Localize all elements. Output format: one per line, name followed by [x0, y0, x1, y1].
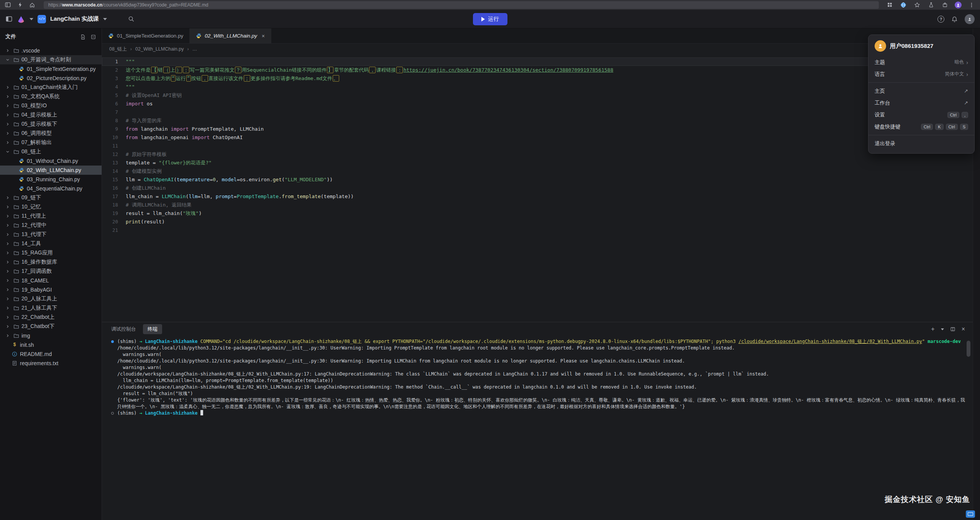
menu-item-退出登录[interactable]: 退出登录: [868, 138, 974, 149]
logo-chevron-down-icon[interactable]: [30, 18, 33, 20]
tab-terminal[interactable]: 终端: [143, 324, 162, 334]
layout-toggle-icon[interactable]: [5, 15, 13, 23]
menu-item-键盘快捷键[interactable]: 键盘快捷键CtrlKCtrlS: [868, 121, 974, 133]
tree-folder-16_操作数据库[interactable]: 16_操作数据库: [0, 258, 102, 267]
tree-folder-09_链下[interactable]: 09_链下: [0, 193, 102, 202]
tree-file-04_SequentialChain.py[interactable]: 04_SequentialChain.py: [0, 184, 102, 193]
workspace-chevron-down-icon[interactable]: [103, 18, 107, 20]
apps-grid-icon[interactable]: [886, 1, 893, 9]
flash-icon[interactable]: [16, 1, 24, 9]
search-icon[interactable]: [128, 16, 135, 22]
tree-folder-04_提示模板上[interactable]: 04_提示模板上: [0, 110, 102, 120]
tree-folder-07_解析输出[interactable]: 07_解析输出: [0, 138, 102, 147]
tree-folder-18_CAMEL[interactable]: 18_CAMEL: [0, 276, 102, 285]
terminal-cursor: [200, 410, 203, 415]
new-file-icon[interactable]: [80, 34, 86, 40]
collapse-folders-icon[interactable]: [90, 34, 96, 40]
tree-file-02_With_LLMChain.py[interactable]: 02_With_LLMChain.py: [0, 166, 102, 175]
tree-folder-02_文档QA系统[interactable]: 02_文档QA系统: [0, 92, 102, 101]
python-icon: [18, 75, 25, 81]
notifications-icon[interactable]: [951, 16, 958, 23]
tab-02-with-llmchain[interactable]: 02_With_LLMChain.py ×: [190, 28, 271, 43]
star-icon[interactable]: [913, 1, 921, 9]
marscode-logo[interactable]: [17, 15, 25, 23]
workspace-title[interactable]: LangChain 实战课: [50, 15, 99, 23]
close-icon[interactable]: ×: [262, 33, 265, 39]
tree-folder-08_链上[interactable]: 08_链上: [0, 147, 102, 156]
home-icon[interactable]: [28, 1, 36, 9]
screen: https://www.marscode.cn/course/vk85dwp73…: [0, 0, 980, 520]
tree-folder-14_工具[interactable]: 14_工具: [0, 239, 102, 248]
globe-icon[interactable]: [900, 1, 907, 9]
code-line-5: 5# 设置OpenAI API密钥: [102, 91, 973, 100]
menu-item-主页[interactable]: 主页↗: [868, 85, 974, 97]
file-tree: .vscode00_开篇词_奇点时刻01_SimpleTextGeneratio…: [0, 45, 102, 520]
tree-folder-05_提示模板下[interactable]: 05_提示模板下: [0, 120, 102, 129]
tree-folder-13_代理下[interactable]: 13_代理下: [0, 230, 102, 239]
sidebar-toggle-icon[interactable]: [4, 1, 11, 9]
browser-profile-avatar[interactable]: [955, 2, 962, 8]
help-icon[interactable]: ?: [937, 16, 944, 23]
tree-folder-17_回调函数[interactable]: 17_回调函数: [0, 267, 102, 276]
user-avatar[interactable]: [965, 14, 975, 24]
tree-folder-03_模型IO[interactable]: 03_模型IO: [0, 101, 102, 110]
line-number: 6: [102, 100, 126, 108]
tree-folder-19_BabyAGI[interactable]: 19_BabyAGI: [0, 285, 102, 294]
extensions-puzzle-icon[interactable]: [941, 1, 949, 9]
chevron-right-icon: [5, 314, 11, 320]
info-icon: [11, 351, 18, 357]
tree-folder-01_LangChain快速入门[interactable]: 01_LangChain快速入门: [0, 83, 102, 92]
terminal-line-7: llm_chain = LLMChain(llm=llm, prompt=Pro…: [111, 377, 965, 384]
code-editor[interactable]: 1"""2这个文件是【链（上）：写一篇完美鲜花推文？用SequencialCha…: [102, 54, 973, 322]
tree-folder-10_记忆[interactable]: 10_记忆: [0, 202, 102, 212]
tree-folder-.vscode[interactable]: .vscode: [0, 46, 102, 55]
terminal-dropdown-icon[interactable]: [941, 328, 944, 330]
menu-item-设置[interactable]: 设置Ctrl,: [868, 109, 974, 121]
menu-item-主题[interactable]: 主题暗色›: [868, 56, 974, 68]
folder-icon: [13, 94, 19, 100]
breadcrumb-folder[interactable]: 08_链上: [109, 46, 127, 52]
new-terminal-icon[interactable]: +: [931, 326, 934, 332]
tree-file-02_PictureDescription.py[interactable]: 02_PictureDescription.py: [0, 74, 102, 83]
tab-debug-console[interactable]: 调试控制台: [110, 324, 138, 334]
run-button[interactable]: 运行: [473, 13, 507, 25]
tree-folder-20_人脉工具上[interactable]: 20_人脉工具上: [0, 294, 102, 303]
flask-icon[interactable]: [927, 1, 935, 9]
tree-file-01_Without_Chain.py[interactable]: 01_Without_Chain.py: [0, 156, 102, 166]
tree-folder-06_调用模型[interactable]: 06_调用模型: [0, 129, 102, 138]
tree-folder-00_开篇词_奇点时刻[interactable]: 00_开篇词_奇点时刻: [0, 55, 102, 64]
tree-file-init.sh[interactable]: $init.sh: [0, 340, 102, 349]
tree-folder-23_Chatbot下[interactable]: 23_Chatbot下: [0, 322, 102, 331]
tree-file-01_SimpleTextGeneration.py[interactable]: 01_SimpleTextGeneration.py: [0, 64, 102, 74]
tree-item-label: 04_提示模板上: [21, 112, 57, 118]
breadcrumb-file[interactable]: 02_With_LLMChain.py: [135, 46, 184, 52]
folder-icon: [13, 112, 19, 118]
tree-item-label: 08_链上: [21, 148, 41, 155]
tab-01-simpletextgeneration[interactable]: 01_SimpleTextGeneration.py: [102, 28, 190, 43]
menu-item-label: 退出登录: [875, 140, 895, 147]
url-bar[interactable]: https://www.marscode.cn/course/vk85dwp73…: [44, 1, 879, 9]
tree-folder-11_代理上[interactable]: 11_代理上: [0, 212, 102, 221]
tree-item-label: 21_人脉工具下: [21, 305, 57, 312]
browser-menu-icon[interactable]: [968, 1, 975, 9]
tree-file-requirements.txt[interactable]: requirements.txt: [0, 359, 102, 368]
chevron-right-icon: [5, 94, 11, 100]
close-panel-icon[interactable]: ×: [962, 326, 965, 332]
tree-folder-12_代理中[interactable]: 12_代理中: [0, 221, 102, 230]
python-icon: [18, 167, 25, 173]
tree-folder-img[interactable]: img: [0, 331, 102, 340]
menu-item-工作台[interactable]: 工作台↗: [868, 97, 974, 109]
terminal-scrollbar[interactable]: [967, 341, 970, 357]
menu-item-语言[interactable]: 语言简体中文›: [868, 68, 974, 80]
tree-folder-15_RAG应用[interactable]: 15_RAG应用: [0, 248, 102, 258]
breadcrumb[interactable]: 08_链上 › 02_With_LLMChain.py › …: [102, 44, 973, 54]
tree-folder-21_人脉工具下[interactable]: 21_人脉工具下: [0, 303, 102, 313]
breadcrumb-symbol[interactable]: …: [192, 46, 197, 52]
code-line-12: 12# 原始字符串模板: [102, 150, 973, 159]
tree-folder-22_Chatbot上[interactable]: 22_Chatbot上: [0, 313, 102, 322]
tree-file-README.md[interactable]: README.md: [0, 349, 102, 359]
assistant-launcher-icon[interactable]: [966, 510, 975, 518]
terminal[interactable]: (shims) → LangChain-shizhanke COMMAND="c…: [102, 336, 973, 520]
tree-file-03_Running_Chain.py[interactable]: 03_Running_Chain.py: [0, 175, 102, 184]
split-panel-icon[interactable]: [950, 326, 955, 332]
